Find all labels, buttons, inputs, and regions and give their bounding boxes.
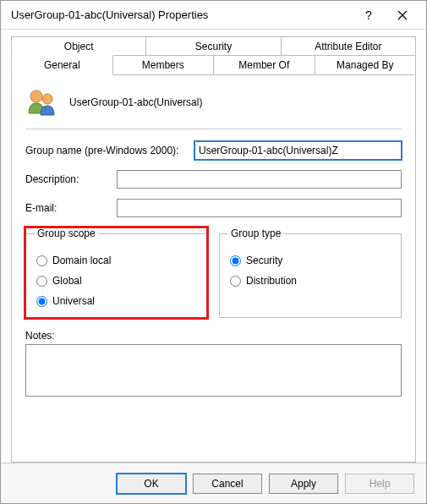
group-icon xyxy=(25,86,57,118)
scope-global[interactable]: Global xyxy=(36,275,198,287)
window-title: UserGroup-01-abc(Universal) Properties xyxy=(11,8,352,21)
properties-dialog: UserGroup-01-abc(Universal) Properties ?… xyxy=(0,0,427,504)
scope-domain-local-radio[interactable] xyxy=(36,255,47,266)
email-input[interactable] xyxy=(117,199,402,217)
row-email: E-mail: xyxy=(25,199,402,217)
type-distribution-radio[interactable] xyxy=(230,276,241,287)
tab-member-of[interactable]: Member Of xyxy=(214,55,315,75)
tab-security[interactable]: Security xyxy=(146,36,281,56)
cancel-button[interactable]: Cancel xyxy=(193,474,262,494)
close-icon xyxy=(397,10,408,20)
help-button[interactable]: ? xyxy=(352,3,386,28)
general-panel: UserGroup-01-abc(Universal) Group name (… xyxy=(11,74,416,463)
svg-point-2 xyxy=(30,90,42,102)
group-type-legend: Group type xyxy=(228,227,283,239)
divider xyxy=(25,129,402,129)
apply-button[interactable]: Apply xyxy=(269,474,338,494)
group-name-input[interactable] xyxy=(194,141,402,160)
type-security-radio[interactable] xyxy=(230,255,241,266)
email-label: E-mail: xyxy=(25,202,117,214)
group-scope-fieldset: Group scope Domain local Global Universa… xyxy=(25,227,207,318)
notes-area: Notes: xyxy=(25,330,402,399)
group-name-label: Group name (pre-Windows 2000): xyxy=(25,145,194,156)
description-label: Description: xyxy=(25,173,117,185)
svg-point-3 xyxy=(42,94,52,104)
group-type-fieldset: Group type Security Distribution xyxy=(219,227,402,318)
description-input[interactable] xyxy=(117,170,402,189)
group-scope-legend: Group scope xyxy=(35,227,98,239)
button-bar: OK Cancel Apply Help xyxy=(1,463,426,503)
tab-members[interactable]: Members xyxy=(113,55,215,75)
tab-object[interactable]: Object xyxy=(11,36,146,56)
tab-row-2: General Members Member Of Managed By xyxy=(11,55,416,75)
scope-universal-radio[interactable] xyxy=(36,296,47,307)
dialog-content: Object Security Attribute Editor General… xyxy=(1,30,426,463)
group-header: UserGroup-01-abc(Universal) xyxy=(25,86,402,127)
tab-general[interactable]: General xyxy=(11,55,113,75)
type-security[interactable]: Security xyxy=(230,255,392,266)
tab-row-1: Object Security Attribute Editor xyxy=(11,36,416,56)
groupboxes: Group scope Domain local Global Universa… xyxy=(25,227,402,318)
scope-domain-local[interactable]: Domain local xyxy=(36,255,198,266)
tab-managed-by[interactable]: Managed By xyxy=(315,55,417,75)
close-button[interactable] xyxy=(386,3,419,28)
notes-label: Notes: xyxy=(25,330,402,342)
tab-attribute-editor[interactable]: Attribute Editor xyxy=(282,36,416,56)
ok-button[interactable]: OK xyxy=(117,474,186,494)
group-display-name: UserGroup-01-abc(Universal) xyxy=(69,96,202,108)
notes-textarea[interactable] xyxy=(25,344,402,397)
row-group-name: Group name (pre-Windows 2000): xyxy=(25,141,402,160)
scope-universal[interactable]: Universal xyxy=(36,295,198,307)
scope-global-radio[interactable] xyxy=(36,276,47,287)
row-description: Description: xyxy=(25,170,402,189)
help-button-footer[interactable]: Help xyxy=(345,474,414,494)
type-distribution[interactable]: Distribution xyxy=(230,275,392,287)
title-bar: UserGroup-01-abc(Universal) Properties ? xyxy=(1,1,426,30)
